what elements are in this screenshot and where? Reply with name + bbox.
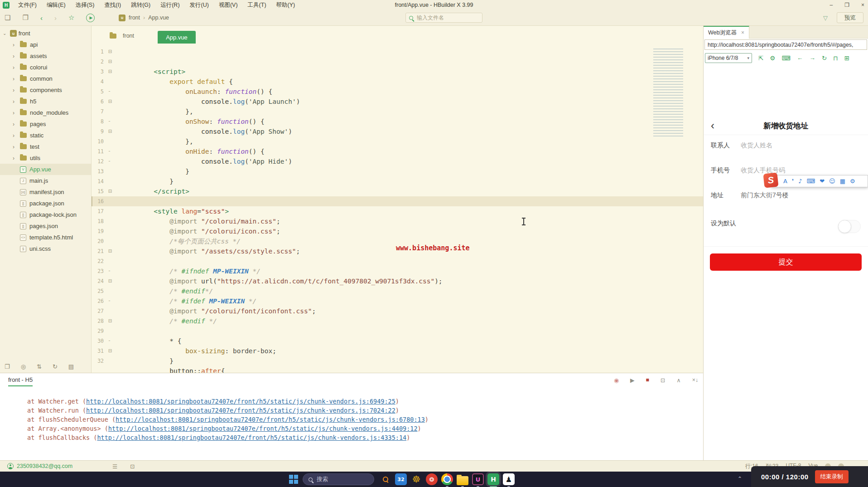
- fold-marker-icon[interactable]: [106, 196, 114, 206]
- menu-item[interactable]: 视图(V): [214, 0, 243, 10]
- fold-marker-icon[interactable]: ⊟: [106, 186, 114, 196]
- fold-marker-icon[interactable]: [106, 256, 114, 266]
- grid-icon[interactable]: ▦: [840, 178, 845, 185]
- taskbar-remote-app[interactable]: 32: [395, 473, 407, 485]
- chevron-down-icon[interactable]: [3, 31, 10, 36]
- locate-file-icon[interactable]: ◎: [21, 363, 26, 370]
- fold-marker-icon[interactable]: [106, 216, 114, 226]
- taskbar-explorer[interactable]: [457, 476, 468, 485]
- taskbar-swirl-app[interactable]: ❂: [426, 473, 438, 485]
- code-line[interactable]: 2 ⊟ export default {: [92, 57, 703, 67]
- fold-marker-icon[interactable]: ╴: [106, 117, 114, 127]
- tray-chevron-icon[interactable]: ⌃: [738, 476, 742, 482]
- chevron-right-icon[interactable]: [13, 144, 20, 150]
- taskbar-search-app[interactable]: [380, 473, 391, 485]
- console-tab[interactable]: front - H5: [8, 376, 33, 386]
- close-button[interactable]: ×: [861, 2, 864, 8]
- field-value[interactable]: 收货人姓名: [741, 141, 772, 150]
- code-line[interactable]: 31 ⊟ button::after{: [92, 346, 703, 356]
- code-line[interactable]: 24 ⊟ /* #ifdef MP-WEIXIN */: [92, 276, 703, 286]
- fold-marker-icon[interactable]: ⊟: [106, 47, 114, 57]
- skin-icon[interactable]: ❤: [820, 178, 825, 185]
- devtools-icon[interactable]: ⌨: [781, 54, 791, 62]
- back-icon[interactable]: ←: [797, 54, 803, 62]
- lock-icon[interactable]: ⊓: [833, 54, 838, 62]
- sidebar-folder[interactable]: assets: [0, 50, 91, 62]
- sidebar-folder[interactable]: static: [0, 130, 91, 141]
- forward-icon[interactable]: →: [809, 54, 815, 62]
- export-icon[interactable]: ⊡: [661, 377, 665, 384]
- chevron-right-icon[interactable]: [13, 110, 20, 116]
- fold-marker-icon[interactable]: [106, 166, 114, 176]
- menu-item[interactable]: 工具(T): [243, 0, 271, 10]
- account-widget[interactable]: 2350938432@qq.com: [7, 461, 72, 472]
- tab-app-vue[interactable]: App.vue: [158, 31, 196, 44]
- chevron-right-icon[interactable]: [13, 132, 20, 139]
- refresh-icon[interactable]: ↻: [822, 54, 827, 62]
- fold-marker-icon[interactable]: ⊟: [106, 97, 114, 107]
- taskbar-netdisk-app[interactable]: ☸: [410, 473, 422, 485]
- filter-icon[interactable]: ▽: [823, 15, 828, 21]
- code-line[interactable]: 12 ╴ }: [92, 156, 703, 166]
- chevron-right-icon[interactable]: [13, 76, 20, 82]
- editor-breadcrumb[interactable]: front: [110, 33, 134, 39]
- chevron-right-icon[interactable]: [13, 42, 20, 48]
- fold-marker-icon[interactable]: ╴: [106, 296, 114, 306]
- settings-icon[interactable]: ⚙: [850, 178, 855, 185]
- taskbar-idea[interactable]: U: [472, 473, 484, 485]
- voice-icon[interactable]: ♪: [798, 178, 802, 185]
- code-line[interactable]: 18 /*每个页面公共css */: [92, 216, 703, 226]
- menu-item[interactable]: 查找(I): [99, 0, 126, 10]
- breadcrumb-file[interactable]: App.vue: [148, 15, 169, 21]
- fold-marker-icon[interactable]: ╴: [106, 156, 114, 166]
- fold-marker-icon[interactable]: ⊟: [106, 346, 114, 356]
- code-line[interactable]: 8 ╴ },: [92, 117, 703, 127]
- fold-marker-icon[interactable]: ⊟: [106, 246, 114, 256]
- sidebar-file[interactable]: <> template.h5.html: [0, 232, 91, 243]
- chevron-right-icon[interactable]: [13, 121, 20, 127]
- sidebar-folder[interactable]: utils: [0, 152, 91, 164]
- open-external-icon[interactable]: ⇱: [758, 54, 763, 62]
- code-line[interactable]: 13 </script>: [92, 166, 703, 176]
- device-select[interactable]: iPhone 6/7/8 ▾: [705, 53, 752, 63]
- code-line[interactable]: 25 @import "/colorui/font/iconfont.css";: [92, 286, 703, 296]
- taskbar-chrome[interactable]: [441, 473, 453, 485]
- punctuation-icon[interactable]: ❜: [792, 178, 794, 185]
- code-line[interactable]: 1 ⊟ <script>: [92, 47, 703, 57]
- clear-icon[interactable]: ×↓: [692, 377, 699, 384]
- sidebar-file[interactable]: [] pages.json: [0, 220, 91, 232]
- code-line[interactable]: 23 ╴ /* #endif*/: [92, 266, 703, 276]
- code-area[interactable]: 1 ⊟ <script> 2 ⊟ export default { 3 ⊟: [92, 47, 703, 373]
- fold-marker-icon[interactable]: ╴: [106, 336, 114, 346]
- breadcrumb-project[interactable]: front: [129, 15, 140, 21]
- start-button[interactable]: [289, 475, 298, 484]
- chevron-right-icon[interactable]: [13, 87, 20, 93]
- qrcode-icon[interactable]: ⊞: [844, 54, 849, 62]
- run-icon[interactable]: ▶: [86, 14, 95, 22]
- new-folder-icon[interactable]: ❐: [5, 363, 10, 370]
- fold-marker-icon[interactable]: [106, 136, 114, 146]
- code-line[interactable]: 16 @import "/colorui/main.css";: [92, 196, 703, 206]
- star-icon[interactable]: ☆: [68, 14, 74, 22]
- sidebar-file[interactable]: J main.js: [0, 175, 91, 186]
- fold-marker-icon[interactable]: [106, 286, 114, 296]
- keyboard-icon[interactable]: ⌨: [806, 178, 815, 185]
- collapse-icon[interactable]: ∧: [677, 377, 681, 384]
- fold-marker-icon[interactable]: ⊟: [106, 127, 114, 136]
- chevron-right-icon[interactable]: [13, 155, 20, 161]
- sidebar-folder[interactable]: h5: [0, 96, 91, 107]
- code-line[interactable]: 14: [92, 176, 703, 186]
- forward-icon[interactable]: ›: [54, 14, 57, 22]
- record-icon[interactable]: ◉: [614, 377, 619, 384]
- terminal-icon[interactable]: ⊡: [130, 463, 135, 470]
- sidebar-file[interactable]: V App.vue: [0, 164, 91, 175]
- back-icon[interactable]: ‹: [40, 14, 43, 22]
- chevron-right-icon[interactable]: [13, 64, 20, 71]
- taskbar-qq[interactable]: ♟: [503, 473, 515, 485]
- code-line[interactable]: 19 @import "/assets/css/style.scss";: [92, 226, 703, 236]
- code-line[interactable]: 26 ╴ /* #endif */: [92, 296, 703, 306]
- fold-marker-icon[interactable]: [106, 236, 114, 246]
- code-line[interactable]: 3 ⊟ onLaunch: function() {: [92, 67, 703, 77]
- save-icon[interactable]: ❐: [22, 14, 28, 22]
- code-line[interactable]: 10 console.log('App Hide'): [92, 136, 703, 146]
